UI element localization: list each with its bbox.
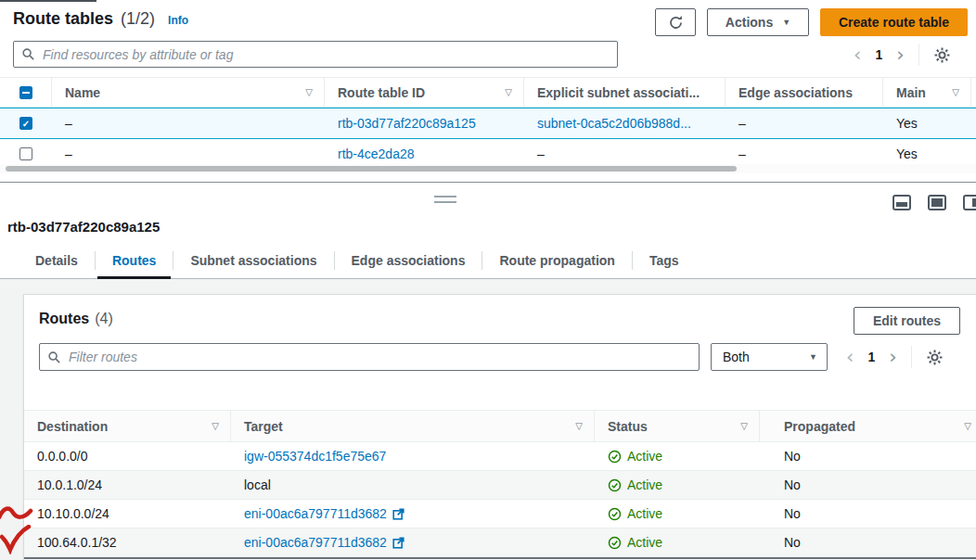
col-name: Name <box>65 85 100 100</box>
tab-details[interactable]: Details <box>19 242 95 278</box>
search-icon <box>21 47 35 61</box>
routes-filter-input[interactable] <box>67 349 691 365</box>
col-propagated: Propagated <box>784 419 855 434</box>
propagated-value: No <box>784 506 801 521</box>
caret-down-icon: ▼ <box>782 18 790 27</box>
scrollbar-thumb[interactable] <box>6 166 737 172</box>
destination-value: 100.64.0.1/32 <box>37 535 117 550</box>
sort-icon[interactable]: ▽ <box>212 421 230 431</box>
destination-value: 0.0.0.0/0 <box>37 449 88 464</box>
propagated-value: No <box>784 477 801 492</box>
actions-button-label: Actions <box>726 15 773 30</box>
panel-position-full-icon[interactable] <box>928 195 946 210</box>
route-scope-value: Both <box>723 350 809 364</box>
sort-icon[interactable]: ▽ <box>964 421 976 431</box>
current-page-number: 1 <box>875 47 882 62</box>
split-panel-border <box>0 182 976 183</box>
current-page-number: 1 <box>867 350 875 364</box>
status-value: Active <box>627 477 662 492</box>
create-route-table-label: Create route table <box>839 15 949 30</box>
route-table-id-link[interactable]: rtb-4ce2da28 <box>338 146 415 161</box>
routes-card: Routes (4) Edit routes Both ▼ ‹ 1 › <box>23 294 976 560</box>
table-row: 100.64.0.1/32 eni-00ac6a797711d3682 Acti… <box>24 528 976 557</box>
page-title: Route tables <box>13 9 113 29</box>
chevron-right-icon[interactable]: › <box>889 348 896 366</box>
col-destination: Destination <box>37 419 108 434</box>
resource-search-box <box>13 41 618 68</box>
status-value: Active <box>627 449 662 464</box>
routes-settings-button[interactable] <box>926 349 944 366</box>
create-route-table-button[interactable]: Create route table <box>820 8 968 36</box>
col-status: Status <box>608 419 648 434</box>
edge-value: – <box>738 146 746 161</box>
route-tables-header-row: Name▽ Route table ID▽ Explicit subnet as… <box>0 77 976 108</box>
chevron-left-icon[interactable]: ‹ <box>846 348 854 366</box>
caret-down-icon: ▼ <box>809 352 817 362</box>
row-checkbox[interactable] <box>19 147 32 160</box>
split-panel-resize-handle[interactable] <box>434 196 456 203</box>
subnet-association-link[interactable]: subnet-0ca5c2d06b988d... <box>537 116 691 131</box>
chevron-right-icon[interactable]: › <box>896 45 904 64</box>
edit-routes-button[interactable]: Edit routes <box>854 307 960 335</box>
routes-table: Destination▽ Target▽ Status▽ Propagated▽… <box>24 410 976 560</box>
table-settings-button[interactable] <box>933 46 951 64</box>
tab-routes[interactable]: Routes <box>96 242 173 278</box>
external-link-icon[interactable] <box>392 508 405 520</box>
main-value: Yes <box>896 146 918 161</box>
actions-button[interactable]: Actions ▼ <box>707 8 809 36</box>
tab-subnet-associations[interactable]: Subnet associations <box>173 242 333 278</box>
sort-icon[interactable]: ▽ <box>505 87 523 97</box>
sort-icon[interactable]: ▽ <box>952 87 970 97</box>
routes-filter-box <box>39 343 700 371</box>
status-active-icon <box>608 507 622 521</box>
select-all-checkbox[interactable] <box>19 86 32 99</box>
route-tables-table: Name▽ Route table ID▽ Explicit subnet as… <box>0 77 976 170</box>
refresh-icon <box>668 15 684 31</box>
routes-header-row: Destination▽ Target▽ Status▽ Propagated▽ <box>24 410 976 442</box>
row-checkbox[interactable]: ✓ <box>19 117 32 130</box>
propagated-value: No <box>784 449 801 464</box>
name-value: – <box>65 116 72 131</box>
refresh-button[interactable] <box>655 8 696 36</box>
panel-position-bottom-icon[interactable] <box>893 195 911 210</box>
route-table-id-link[interactable]: rtb-03d77af220c89a125 <box>338 116 476 131</box>
tab-route-propagation[interactable]: Route propagation <box>482 242 631 278</box>
col-target: Target <box>244 419 283 434</box>
destination-value: 10.0.1.0/24 <box>37 477 102 492</box>
tab-edge-associations[interactable]: Edge associations <box>335 242 482 278</box>
sort-icon[interactable]: ▽ <box>305 87 324 97</box>
route-scope-select[interactable]: Both ▼ <box>711 343 828 371</box>
target-link[interactable]: eni-00ac6a797711d3682 <box>244 535 387 550</box>
table-row: 0.0.0.0/0 igw-055374dc1f5e75e67 Active N… <box>24 442 976 471</box>
target-link[interactable]: eni-00ac6a797711d3682 <box>244 506 387 521</box>
routes-section-header: Routes (4) <box>39 311 113 327</box>
external-link-icon[interactable] <box>392 537 405 549</box>
status-value: Active <box>627 535 662 550</box>
sort-icon[interactable]: ▽ <box>740 421 759 431</box>
chevron-left-icon[interactable]: ‹ <box>854 45 861 64</box>
panel-position-right-icon[interactable] <box>963 195 976 210</box>
resource-search-input[interactable] <box>41 46 610 63</box>
table-row: 10.10.0.0/24 eni-00ac6a797711d3682 Activ… <box>24 500 976 528</box>
routes-title: Routes <box>39 311 89 327</box>
info-link[interactable]: Info <box>168 14 188 27</box>
detail-tabs: Details Routes Subnet associations Edge … <box>0 242 976 279</box>
edge-value: – <box>738 116 746 131</box>
name-value: – <box>65 146 72 161</box>
status-active-icon <box>608 536 622 550</box>
col-route-table-id: Route table ID <box>338 85 425 100</box>
detail-panel-title: rtb-03d77af220c89a125 <box>7 219 160 235</box>
col-main: Main <box>896 85 926 100</box>
indeterminate-mark <box>22 92 30 94</box>
divider <box>918 44 919 66</box>
divider <box>911 346 912 368</box>
edit-routes-label: Edit routes <box>873 313 941 328</box>
sort-icon[interactable]: ▽ <box>575 421 594 431</box>
page-header: Route tables (1/2) Info <box>13 9 188 29</box>
tab-tags[interactable]: Tags <box>633 242 696 278</box>
status-active-icon <box>608 450 622 464</box>
target-link[interactable]: igw-055374dc1f5e75e67 <box>244 449 386 464</box>
routes-count: (4) <box>95 311 113 327</box>
table-row[interactable]: ✓ – rtb-03d77af220c89a125 subnet-0ca5c2d… <box>0 108 976 139</box>
page-count: (1/2) <box>121 9 155 29</box>
